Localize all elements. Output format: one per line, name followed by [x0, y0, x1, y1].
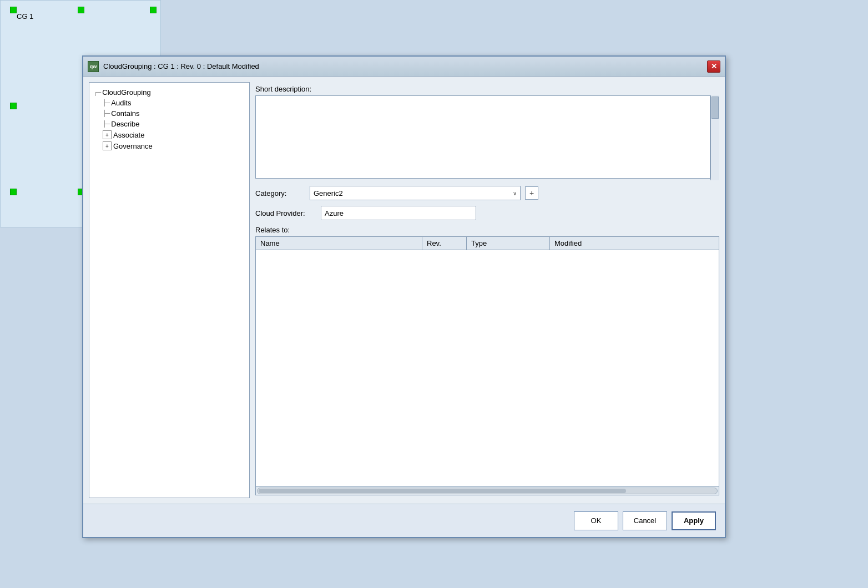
relates-to-table: Name Rev. Type Modified: [255, 236, 719, 495]
relates-to-section: Relates to: Name Rev. Type Modified: [255, 226, 719, 495]
short-description-scrollbar[interactable]: [710, 95, 719, 180]
category-select-value: Generic2: [314, 189, 513, 197]
tree-item-contains[interactable]: ├─ Contains: [94, 108, 245, 119]
tree-item-governance[interactable]: + Governance: [94, 140, 245, 151]
table-body: [256, 250, 719, 486]
relates-to-label: Relates to:: [255, 226, 719, 234]
dialog-app-icon: qw: [88, 61, 99, 72]
tree-item-describe[interactable]: ├─ Describe: [94, 119, 245, 129]
th-name: Name: [256, 237, 422, 250]
associate-expander[interactable]: +: [103, 130, 112, 139]
cg-label: CG 1: [17, 12, 33, 21]
dropdown-arrow-icon: ∨: [513, 190, 517, 196]
tree-label-cloudgrouping: CloudGrouping: [102, 88, 150, 97]
tree-item-audits[interactable]: ├─ Audits: [94, 98, 245, 108]
governance-expander[interactable]: +: [103, 141, 112, 150]
tree-label-describe: Describe: [111, 120, 139, 128]
short-description-wrapper: [255, 95, 719, 180]
tree-item-cloudgrouping[interactable]: ┌─ CloudGrouping: [94, 87, 245, 98]
green-dot-2: [78, 7, 84, 13]
th-type: Type: [467, 237, 550, 250]
short-description-field: Short description:: [255, 85, 719, 180]
dialog-title: CloudGrouping : CG 1 : Rev. 0 : Default …: [103, 62, 707, 70]
category-row: Category: Generic2 ∨ +: [255, 186, 719, 200]
green-dot-3: [150, 7, 157, 13]
dialog-footer: OK Cancel Apply: [83, 504, 725, 537]
cloud-provider-row: Cloud Provider:: [255, 206, 719, 220]
tree-label-contains: Contains: [111, 109, 139, 118]
category-label: Category:: [255, 189, 305, 197]
tree-label-governance: Governance: [113, 142, 153, 150]
dialog-close-button[interactable]: ✕: [707, 60, 720, 73]
h-scrollbar-thumb: [259, 489, 626, 493]
tree-item-associate[interactable]: + Associate: [94, 129, 245, 140]
apply-button[interactable]: Apply: [672, 511, 716, 530]
green-dot-5: [10, 189, 17, 195]
short-description-label: Short description:: [255, 85, 719, 93]
green-dot-1: [10, 7, 17, 13]
category-add-button[interactable]: +: [525, 186, 538, 200]
table-header: Name Rev. Type Modified: [256, 237, 719, 250]
dialog-body: ┌─ CloudGrouping ├─ Audits ├─ Contains ├…: [83, 77, 725, 504]
cancel-button[interactable]: Cancel: [623, 511, 667, 530]
tree-panel: ┌─ CloudGrouping ├─ Audits ├─ Contains ├…: [89, 82, 250, 498]
content-panel: Short description: Category: Generic2 ∨ …: [255, 82, 719, 498]
tree-label-audits: Audits: [111, 99, 131, 107]
th-rev: Rev.: [422, 237, 467, 250]
h-scrollbar-track: [257, 488, 718, 494]
cloud-provider-label: Cloud Provider:: [255, 209, 316, 217]
ok-button[interactable]: OK: [574, 511, 618, 530]
green-dot-4: [10, 103, 17, 109]
scrollbar-thumb: [711, 97, 719, 119]
horizontal-scrollbar[interactable]: [256, 486, 719, 495]
th-modified: Modified: [550, 237, 719, 250]
cloud-provider-input[interactable]: [321, 206, 476, 220]
short-description-input[interactable]: [255, 95, 710, 179]
dialog-titlebar: qw CloudGrouping : CG 1 : Rev. 0 : Defau…: [83, 57, 725, 77]
category-select[interactable]: Generic2 ∨: [310, 186, 521, 200]
cloud-grouping-dialog: qw CloudGrouping : CG 1 : Rev. 0 : Defau…: [82, 55, 726, 538]
tree-label-associate: Associate: [113, 131, 144, 139]
